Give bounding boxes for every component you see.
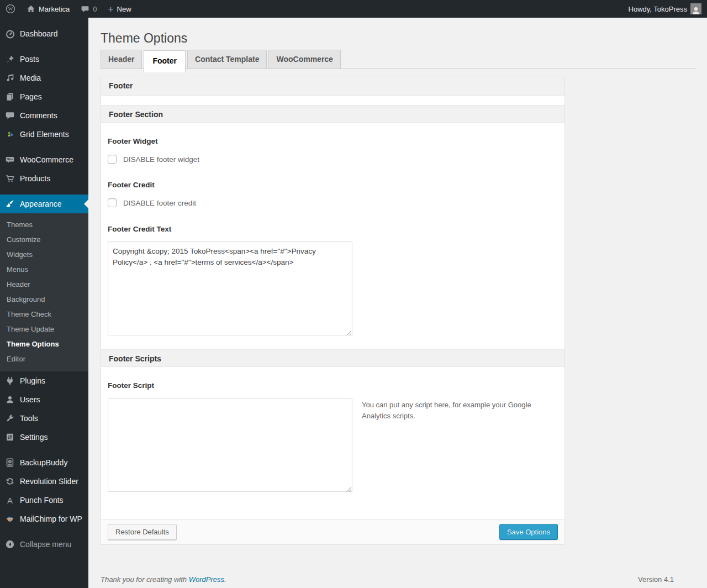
menu-separator xyxy=(0,528,88,535)
comment-bubble-icon xyxy=(81,4,89,13)
sidebar-label: Grid Elements xyxy=(20,130,69,139)
sidebar-label: Posts xyxy=(20,55,39,64)
menu-separator xyxy=(0,43,88,50)
theme-options-panel: Footer Footer Section Footer Widget DISA… xyxy=(101,76,565,545)
comment-icon xyxy=(0,111,20,120)
restore-defaults-button[interactable]: Restore Defaults xyxy=(108,524,177,540)
wordpress-link[interactable]: WordPress. xyxy=(189,575,226,584)
sidebar-item-plugins[interactable]: Plugins xyxy=(0,371,88,390)
sidebar-item-backupbuddy[interactable]: BackupBuddy xyxy=(0,453,88,472)
menu-separator xyxy=(0,447,88,453)
tab-header[interactable]: Header xyxy=(101,50,142,69)
sidebar-item-mailchimp[interactable]: MailChimp for WP xyxy=(0,510,88,528)
my-account-item[interactable]: Howdy, TokoPress xyxy=(623,0,707,18)
letter-a-icon: A xyxy=(0,496,20,505)
sidebar-label: MailChimp for WP xyxy=(20,514,82,523)
sidebar-item-punch-fonts[interactable]: A Punch Fonts xyxy=(0,491,88,510)
svg-text:Woo: Woo xyxy=(7,158,13,161)
submenu-item-theme-options[interactable]: Theme Options xyxy=(0,337,88,351)
version-label: Version 4.1 xyxy=(638,575,674,584)
sidebar-item-appearance[interactable]: Appearance xyxy=(0,195,88,213)
sidebar-item-comments[interactable]: Comments xyxy=(0,106,88,125)
sidebar-item-pages[interactable]: Pages xyxy=(0,87,88,106)
pushpin-icon xyxy=(0,54,20,64)
menu-separator xyxy=(0,144,88,150)
sidebar-item-grid-elements[interactable]: Grid Elements xyxy=(0,125,88,144)
submenu-item-theme-update[interactable]: Theme Update xyxy=(0,322,88,337)
sidebar-item-media[interactable]: Media xyxy=(0,69,88,87)
admin-sidebar: Dashboard Posts Media Pages Comments Gri… xyxy=(0,18,88,588)
new-label: New xyxy=(117,5,131,13)
sidebar-label: BackupBuddy xyxy=(20,458,67,467)
sidebar-item-dashboard[interactable]: Dashboard xyxy=(0,24,88,43)
section-heading-footer-scripts: Footer Scripts xyxy=(101,349,564,367)
sidebar-label: Products xyxy=(20,174,50,183)
sidebar-label: Appearance xyxy=(20,200,62,208)
disable-footer-widget-checkbox[interactable] xyxy=(108,155,117,164)
submenu-item-themes[interactable]: Themes xyxy=(0,217,88,232)
footer-credit-textarea[interactable]: Copyright &copy; 2015 TokoPress<span><a … xyxy=(108,242,352,335)
sidebar-label: Media xyxy=(20,74,41,82)
disable-footer-credit-label: DISABLE footer credit xyxy=(123,199,196,207)
main-content: Theme Options Header Footer Contact Temp… xyxy=(88,18,707,588)
comments-bubble-item[interactable]: 0 xyxy=(75,0,102,18)
sidebar-label: Plugins xyxy=(20,376,45,385)
site-name-item[interactable]: Marketica xyxy=(21,0,75,18)
sidebar-label: Users xyxy=(20,395,40,404)
user-icon xyxy=(0,395,20,405)
submenu-item-widgets[interactable]: Widgets xyxy=(0,247,88,262)
disable-footer-widget-label: DISABLE footer widget xyxy=(123,155,199,164)
howdy-label: Howdy, TokoPress xyxy=(629,5,687,13)
sidebar-item-posts[interactable]: Posts xyxy=(0,50,88,69)
group-heading-footer: Footer xyxy=(101,76,564,96)
sidebar-item-users[interactable]: Users xyxy=(0,390,88,409)
sidebar-item-tools[interactable]: Tools xyxy=(0,409,88,428)
sidebar-label: Punch Fonts xyxy=(20,496,64,505)
avatar xyxy=(690,3,701,14)
sidebar-item-revolution-slider[interactable]: Revolution Slider xyxy=(0,472,88,491)
admin-bar-right: Howdy, TokoPress xyxy=(623,0,707,18)
monkey-icon xyxy=(0,514,20,524)
submenu-item-background[interactable]: Background xyxy=(0,292,88,307)
wordpress-menu-item[interactable]: W xyxy=(0,0,21,18)
submenu-item-theme-check[interactable]: Theme Check xyxy=(0,307,88,322)
collapse-menu-label: Collapse menu xyxy=(20,540,71,549)
submenu-item-customize[interactable]: Customize xyxy=(0,232,88,247)
collapse-menu-button[interactable]: Collapse menu xyxy=(0,535,88,554)
plus-icon: + xyxy=(108,4,114,14)
thank-you-text: Thank you for creating with WordPress. xyxy=(101,575,226,584)
wrench-icon xyxy=(0,413,20,423)
page-title: Theme Options xyxy=(101,18,696,48)
brush-icon xyxy=(0,199,20,209)
tab-contact-template[interactable]: Contact Template xyxy=(187,50,267,69)
backup-box-icon xyxy=(0,458,20,468)
footer-script-helper-text: You can put any script here, for example… xyxy=(362,400,533,422)
music-notes-icon xyxy=(0,73,20,83)
admin-bar-left: W Marketica 0 + New xyxy=(0,0,137,18)
sliders-icon xyxy=(0,432,20,442)
footer-credit-label: Footer Credit xyxy=(108,181,557,189)
home-icon xyxy=(27,4,35,13)
submenu-item-editor[interactable]: Editor xyxy=(0,351,88,366)
footer-script-textarea[interactable] xyxy=(108,398,352,492)
tab-footer[interactable]: Footer xyxy=(144,50,186,72)
thanks-prefix: Thank you for creating with xyxy=(101,575,189,584)
panel-gap xyxy=(101,96,564,105)
sidebar-item-products[interactable]: Products xyxy=(0,169,88,188)
submenu-item-header[interactable]: Header xyxy=(0,277,88,292)
sidebar-item-woocommerce[interactable]: Woo WooCommerce xyxy=(0,150,88,169)
sidebar-label: Pages xyxy=(20,92,42,101)
sidebar-label: Settings xyxy=(20,433,48,442)
save-options-button[interactable]: Save Options xyxy=(499,524,558,540)
footer-script-textarea-wrap xyxy=(108,398,352,494)
disable-footer-credit-checkbox[interactable] xyxy=(108,198,117,207)
new-content-item[interactable]: + New xyxy=(103,0,137,18)
submenu-item-menus[interactable]: Menus xyxy=(0,262,88,277)
tab-woocommerce[interactable]: WooCommerce xyxy=(268,50,340,69)
footer-credit-text-label: Footer Credit Text xyxy=(108,225,557,233)
footer-script-row: You can put any script here, for example… xyxy=(108,398,557,494)
tab-bar: Header Footer Contact Template WooCommer… xyxy=(101,48,696,69)
admin-bar: W Marketica 0 + New Howdy, TokoPress xyxy=(0,0,707,18)
woocommerce-badge-icon: Woo xyxy=(0,155,20,165)
sidebar-item-settings[interactable]: Settings xyxy=(0,428,88,447)
